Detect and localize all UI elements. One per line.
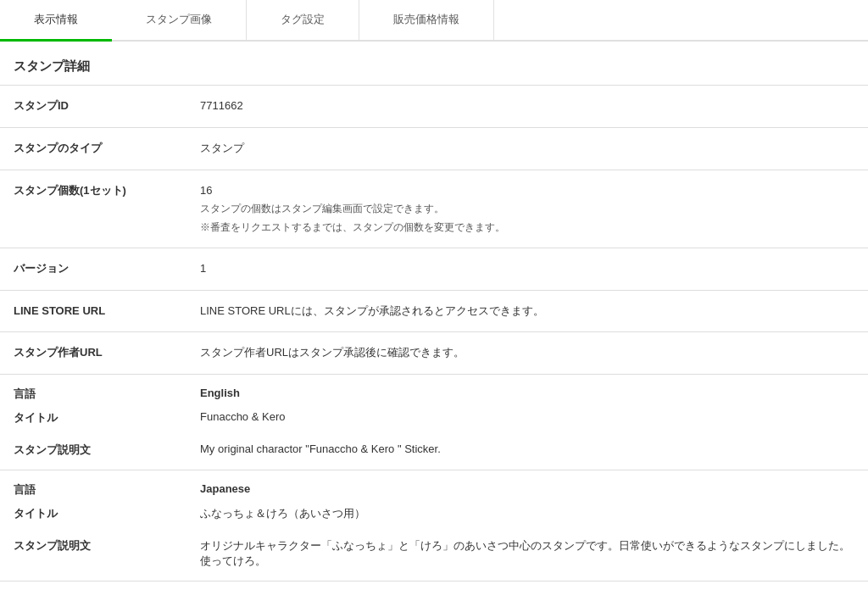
lang-group-0: 言語 English タイトル Funaccho & Kero スタンプ説明文 … bbox=[0, 375, 868, 470]
row-value: 16 スタンプの個数はスタンプ編集画面で設定できます。 ※番査をリクエストするま… bbox=[186, 170, 868, 248]
row-label: スタンプ作者URL bbox=[0, 332, 186, 375]
lang-label: 言語 bbox=[14, 482, 200, 498]
lang-label: 言語 bbox=[14, 387, 200, 402]
title-row: タイトル ふなっちょ＆けろ（あいさつ用） bbox=[0, 498, 868, 530]
lang-value: Japanese bbox=[200, 482, 250, 498]
row-label: スタンプのタイプ bbox=[0, 127, 186, 170]
title-label: タイトル bbox=[14, 410, 200, 426]
title-row: タイトル Funaccho & Kero bbox=[0, 402, 868, 434]
lang-value: English bbox=[200, 387, 240, 402]
desc-label: スタンプ説明文 bbox=[14, 442, 200, 458]
title-value: ふなっちょ＆けろ（あいさつ用） bbox=[200, 506, 365, 521]
lang-groups-container: 言語 English タイトル Funaccho & Kero スタンプ説明文 … bbox=[0, 374, 868, 582]
lang-group-1: 言語 Japanese タイトル ふなっちょ＆けろ（あいさつ用） スタンプ説明文… bbox=[0, 470, 868, 581]
desc-value: オリジナルキャラクター「ふなっちょ」と「けろ」のあいさつ中心のスタンプです。日常… bbox=[200, 538, 854, 569]
row-label: スタンプ個数(1セット) bbox=[0, 170, 186, 248]
title-label: タイトル bbox=[14, 506, 200, 521]
row-label: LINE STORE URL bbox=[0, 290, 186, 332]
desc-value: My original charactor "Funaccho & Kero "… bbox=[200, 442, 441, 458]
lang-row: 言語 English bbox=[0, 375, 868, 402]
detail-table: スタンプID 7711662 スタンプのタイプ スタンプ スタンプ個数(1セット… bbox=[0, 85, 868, 375]
tab-display-info[interactable]: 表示情報 bbox=[0, 0, 112, 42]
row-label: スタンプID bbox=[0, 86, 186, 128]
tab-bar: 表示情報 スタンプ画像 タグ設定 販売価格情報 bbox=[0, 0, 868, 42]
row-value: スタンプ作者URLはスタンプ承認後に確認できます。 bbox=[186, 332, 868, 375]
row-value: 7711662 bbox=[186, 86, 868, 128]
tab-stamp-image[interactable]: スタンプ画像 bbox=[112, 0, 247, 42]
row-value: スタンプ bbox=[186, 127, 868, 170]
desc-label: スタンプ説明文 bbox=[14, 538, 200, 569]
lang-row: 言語 Japanese bbox=[0, 470, 868, 498]
desc-row: スタンプ説明文 オリジナルキャラクター「ふなっちょ」と「けろ」のあいさつ中心のス… bbox=[0, 530, 868, 581]
tab-price-info[interactable]: 販売価格情報 bbox=[359, 0, 494, 42]
section-title: スタンプ詳細 bbox=[0, 42, 868, 85]
desc-row: スタンプ説明文 My original charactor "Funaccho … bbox=[0, 434, 868, 470]
title-value: Funaccho & Kero bbox=[200, 410, 285, 426]
row-label: バージョン bbox=[0, 248, 186, 290]
row-value: 1 bbox=[186, 248, 868, 290]
row-value: LINE STORE URLには、スタンプが承認されるとアクセスできます。 bbox=[186, 290, 868, 332]
tab-tag-settings[interactable]: タグ設定 bbox=[247, 0, 359, 42]
